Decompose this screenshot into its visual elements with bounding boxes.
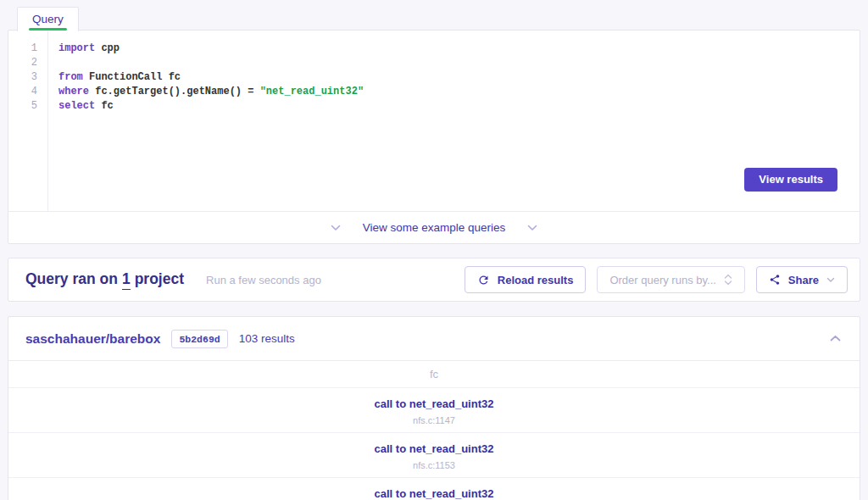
code-token-plain: fc <box>95 100 114 112</box>
code-token-plain: fc.getTarget().getName() = <box>89 86 260 97</box>
example-queries-label[interactable]: View some example queries <box>363 221 506 234</box>
query-editor-panel: Query 12345 import cpp from FunctionCall… <box>8 30 860 244</box>
results-panel: saschahauer/barebox 5b2d69d 103 results … <box>8 316 860 500</box>
result-link[interactable]: call to net_read_uint32 <box>375 397 494 410</box>
code-line[interactable]: where fc.getTarget().getName() = "net_re… <box>58 85 860 99</box>
code-line[interactable]: import cpp <box>58 42 860 56</box>
result-row: call to net_read_uint32nfs.c:1153 <box>8 432 860 477</box>
code-line[interactable]: select fc <box>58 99 860 114</box>
results-count: 103 results <box>239 332 295 345</box>
run-title-prefix: Query ran on <box>25 270 118 288</box>
example-queries-toggle[interactable]: View some example queries <box>8 211 860 243</box>
column-header-label: fc <box>430 368 438 381</box>
commit-badge: 5b2d69d <box>171 330 227 348</box>
reload-results-button[interactable]: Reload results <box>465 266 587 293</box>
tab-query-label: Query <box>32 13 64 25</box>
sort-arrows-icon <box>724 274 732 286</box>
chevron-down-icon <box>527 225 537 231</box>
results-rows: call to net_read_uint32nfs.c:1147call to… <box>8 387 860 500</box>
order-query-runs-placeholder: Order query runs by... <box>609 274 715 286</box>
chevron-up-icon <box>830 335 841 342</box>
chevron-down-icon <box>331 225 341 231</box>
result-row: call to net_read_uint32 <box>8 477 860 500</box>
order-query-runs-select[interactable]: Order query runs by... <box>597 266 744 293</box>
code-token-keyword: select <box>58 100 95 112</box>
code-token-keyword: from <box>58 71 83 83</box>
run-summary-bar: Query ran on 1 project Run a few seconds… <box>8 258 860 302</box>
result-row: call to net_read_uint32nfs.c:1147 <box>8 387 860 432</box>
result-location: nfs.c:1153 <box>413 460 455 470</box>
result-location: nfs.c:1147 <box>413 415 455 425</box>
line-number: 3 <box>8 70 37 85</box>
results-header: saschahauer/barebox 5b2d69d 103 results <box>8 317 860 360</box>
result-link[interactable]: call to net_read_uint32 <box>375 442 494 455</box>
reload-results-label: Reload results <box>498 274 574 286</box>
chevron-down-icon <box>826 277 835 283</box>
code-line[interactable] <box>58 56 860 70</box>
view-results-button[interactable]: View results <box>744 168 837 192</box>
line-numbers: 12345 <box>8 31 48 211</box>
line-number: 4 <box>8 85 37 99</box>
project-link[interactable]: saschahauer/barebox <box>25 331 160 347</box>
code-token-keyword: import <box>58 42 95 54</box>
share-icon <box>769 274 781 286</box>
run-timestamp: Run a few seconds ago <box>206 274 321 286</box>
project-count[interactable]: 1 <box>122 270 131 290</box>
line-number: 5 <box>8 99 37 114</box>
tab-query[interactable]: Query <box>17 7 79 31</box>
active-tab-underline <box>29 28 67 31</box>
run-title: Query ran on 1 project <box>25 270 184 290</box>
run-title-suffix: project <box>135 270 184 288</box>
code-editor[interactable]: 12345 import cpp from FunctionCall fcwhe… <box>8 31 860 211</box>
line-number: 1 <box>8 42 37 56</box>
collapse-results-button[interactable] <box>830 335 841 342</box>
code-lines[interactable]: import cpp from FunctionCall fcwhere fc.… <box>48 31 860 211</box>
code-token-plain: cpp <box>95 42 120 54</box>
run-actions: Reload results Order query runs by... Sh… <box>465 266 848 293</box>
line-number: 2 <box>8 56 37 70</box>
code-line[interactable]: from FunctionCall fc <box>58 70 860 85</box>
share-label: Share <box>788 274 819 286</box>
result-link[interactable]: call to net_read_uint32 <box>375 487 494 500</box>
column-header-fc: fc <box>8 360 860 387</box>
code-token-plain: FunctionCall fc <box>83 71 181 83</box>
refresh-icon <box>477 274 490 286</box>
share-button[interactable]: Share <box>756 266 848 293</box>
code-token-string: "net_read_uint32" <box>260 86 364 97</box>
code-token-keyword: where <box>58 86 89 97</box>
